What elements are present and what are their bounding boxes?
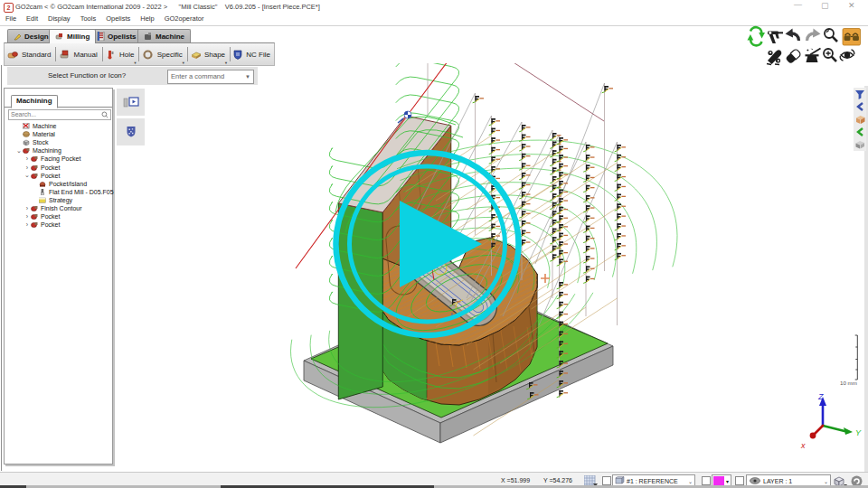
svg-text:Y: Y <box>855 428 862 437</box>
svg-text:Z: Z <box>817 392 824 401</box>
svg-text:x: x <box>800 441 806 450</box>
svg-text:10 mm: 10 mm <box>840 380 857 386</box>
